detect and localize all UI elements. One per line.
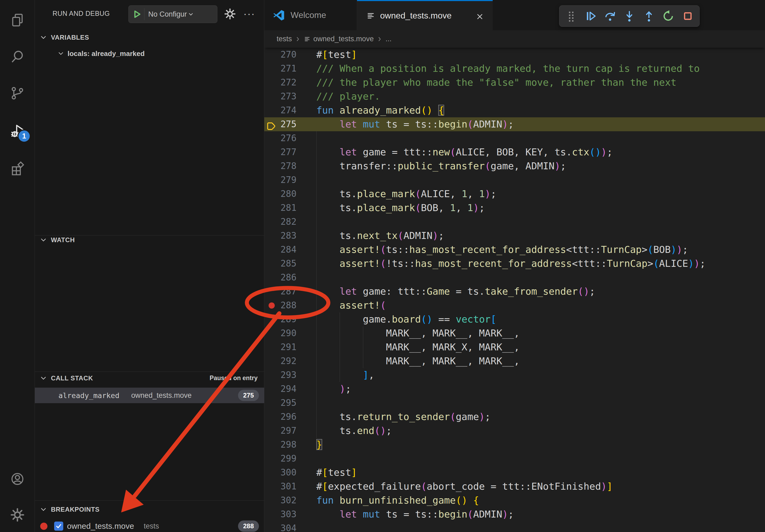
step-into-button[interactable] [622,8,637,24]
line-number[interactable]: 298 [264,438,297,452]
activity-bar-item-settings[interactable] [0,500,35,530]
code-text: let mut ts = ts::begin(ADMIN); [316,117,514,131]
code-line[interactable]: 296 ts.return_to_sender(game); [264,410,765,424]
drag-grip-button[interactable] [563,8,579,24]
breakpoint-dir: tests [144,522,159,530]
line-number[interactable]: 283 [264,229,297,243]
code-line[interactable]: 274fun already_marked() { [264,104,765,117]
line-number[interactable]: 296 [264,410,297,424]
activity-bar-item-run-and-debug[interactable]: 1 [0,116,35,145]
code-line[interactable]: 286 [264,271,765,285]
code-line[interactable]: 289 game.board() == vector[ [264,312,765,326]
breakpoint-checkbox[interactable] [54,522,63,531]
code-line[interactable]: 304 [264,521,765,532]
code-line[interactable]: 293 ], [264,368,765,382]
line-number[interactable]: 293 [264,368,297,382]
code-line[interactable]: 299 [264,452,765,465]
line-number[interactable]: 287 [264,285,297,298]
line-number[interactable]: 300 [264,465,297,479]
code-line[interactable]: 272/// the player who made the "false" m… [264,76,765,90]
line-number[interactable]: 277 [264,145,297,159]
stop-button[interactable] [680,8,696,24]
line-number[interactable]: 282 [264,215,297,229]
line-number[interactable]: 271 [264,62,297,76]
line-number[interactable]: 285 [264,257,297,271]
line-number[interactable]: 272 [264,76,297,90]
line-number[interactable]: 280 [264,187,297,201]
line-number[interactable]: 276 [264,131,297,145]
watch-section-header[interactable]: WATCH [35,234,264,246]
breakpoints-section-header[interactable]: BREAKPOINTS [35,504,264,515]
line-number[interactable]: 289 [264,312,297,326]
activity-bar-item-extensions[interactable] [0,153,35,183]
start-debug-icon[interactable] [131,9,142,20]
locals-tree-item[interactable]: locals: already_marked [35,48,264,60]
code-line[interactable]: 298} [264,438,765,452]
line-number[interactable]: 302 [264,493,297,507]
code-line[interactable]: 290 MARK__, MARK__, MARK__, [264,326,765,340]
code-line[interactable]: 279 [264,173,765,187]
line-number[interactable]: 291 [264,340,297,354]
breakpoint-list-item[interactable]: owned_tests.move tests 288 [35,520,264,532]
breakpoint-dot-icon[interactable] [269,302,275,309]
activity-bar-item-source-control[interactable] [0,79,35,108]
line-number[interactable]: 281 [264,201,297,215]
debug-config-dropdown[interactable]: No Configur [128,5,217,23]
code-editor[interactable]: 270#[test]271/// When a position is alre… [264,0,765,532]
call-stack-frame-row[interactable]: already_marked owned_tests.move 275 [35,388,264,403]
code-line[interactable]: 280 ts.place_mark(ALICE, 1, 1); [264,187,765,201]
activity-bar-item-account[interactable] [0,464,35,494]
activity-bar-item-explorer[interactable] [0,5,35,35]
views-more-actions-button[interactable]: ··· [242,6,257,21]
code-line[interactable]: 302fun burn_unfinished_game() { [264,493,765,507]
breadcrumb-item[interactable]: ... [385,35,391,43]
line-number[interactable]: 303 [264,507,297,521]
variables-section-header[interactable]: VARIABLES [35,32,264,43]
code-line[interactable]: 287 let game: ttt::Game = ts.take_from_s… [264,285,765,298]
line-number[interactable]: 294 [264,382,297,396]
code-line[interactable]: 300#[test] [264,465,765,479]
code-line[interactable]: 275 let mut ts = ts::begin(ADMIN); [264,117,765,131]
code-line[interactable]: 303 let mut ts = ts::begin(ADMIN); [264,507,765,521]
activity-bar-item-search[interactable] [0,42,35,72]
code-line[interactable]: 277 let game = ttt::new(ALICE, BOB, KEY,… [264,145,765,159]
line-number[interactable]: 297 [264,424,297,438]
code-line[interactable]: 276 [264,131,765,145]
code-line[interactable]: 285 assert!(!ts::has_most_recent_for_add… [264,257,765,271]
debug-settings-button[interactable] [223,6,238,21]
code-line[interactable]: 295 [264,396,765,410]
line-number[interactable]: 290 [264,326,297,340]
code-line[interactable]: 292 MARK__, MARK__, MARK__, [264,354,765,368]
step-over-button[interactable] [602,8,618,24]
line-number[interactable]: 270 [264,48,297,62]
code-line[interactable]: 291 MARK__, MARK_X, MARK__, [264,340,765,354]
code-line[interactable]: 301#[expected_failure(abort_code = ttt::… [264,479,765,493]
breadcrumb-item[interactable]: tests [277,35,292,43]
line-number[interactable]: 299 [264,452,297,465]
line-number[interactable]: 284 [264,243,297,257]
line-number[interactable]: 273 [264,90,297,104]
step-out-button[interactable] [641,8,657,24]
line-number[interactable]: 295 [264,396,297,410]
code-line[interactable]: 288 assert!( [264,298,765,312]
code-line[interactable]: 273/// player. [264,90,765,104]
code-line[interactable]: 271/// When a position is already marked… [264,62,765,76]
code-line[interactable]: 297 ts.end(); [264,424,765,438]
code-line[interactable]: 278 transfer::public_transfer(game, ADMI… [264,159,765,173]
continue-button[interactable] [583,8,598,24]
line-number[interactable]: 278 [264,159,297,173]
code-line[interactable]: 281 ts.place_mark(BOB, 1, 1); [264,201,765,215]
line-number[interactable]: 292 [264,354,297,368]
code-line[interactable]: 282 [264,215,765,229]
line-number[interactable]: 279 [264,173,297,187]
line-number[interactable]: 286 [264,271,297,285]
line-number[interactable]: 301 [264,479,297,493]
restart-button[interactable] [660,8,676,24]
line-number[interactable]: 304 [264,521,297,532]
code-line[interactable]: 284 assert!(ts::has_most_recent_for_addr… [264,243,765,257]
code-line[interactable]: 270#[test] [264,48,765,62]
line-number[interactable]: 274 [264,104,297,117]
code-line[interactable]: 283 ts.next_tx(ADMIN); [264,229,765,243]
breadcrumb-item[interactable]: owned_tests.move [313,35,374,43]
code-line[interactable]: 294 ); [264,382,765,396]
